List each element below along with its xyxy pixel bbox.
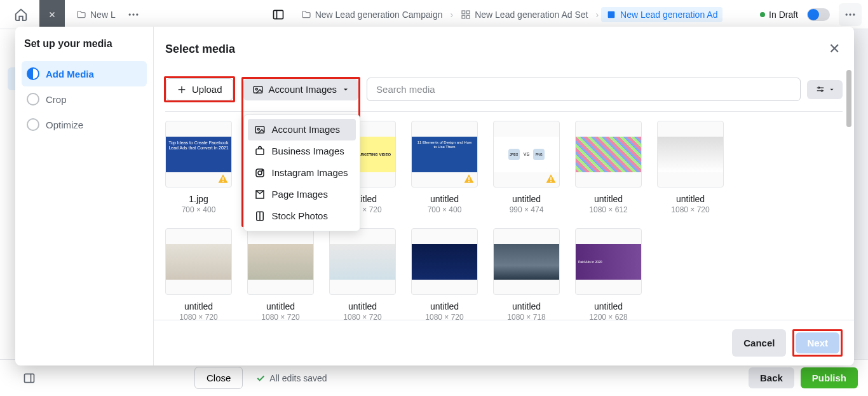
- check-icon: [255, 373, 266, 383]
- svg-rect-27: [468, 181, 470, 182]
- dropdown-item-account-images[interactable]: Account Images: [248, 119, 356, 140]
- home-icon[interactable]: [6, 0, 36, 29]
- media-name: 1.jpg: [189, 194, 208, 204]
- tab-more-icon[interactable]: [127, 8, 140, 21]
- tab-new[interactable]: New L: [69, 0, 123, 29]
- panel-toggle-icon[interactable]: [267, 3, 290, 26]
- media-item[interactable]: untitled1080 × 718: [493, 228, 560, 320]
- sidebar-title: Set up your media: [22, 38, 147, 50]
- dropdown-item-business-images[interactable]: Business Images: [248, 140, 356, 162]
- media-item[interactable]: untitled1080 × 720: [165, 228, 232, 320]
- svg-point-23: [821, 90, 822, 91]
- more-options-button[interactable]: [839, 3, 862, 26]
- media-thumbnail[interactable]: JPEGVSPNG: [493, 121, 560, 188]
- dropdown-item-label: Account Images: [272, 124, 341, 135]
- media-item[interactable]: Top Ideas to Create Facebook Lead Ads th…: [165, 121, 232, 214]
- draft-status-label: In Draft: [769, 10, 798, 20]
- breadcrumb-adset[interactable]: New Lead generation Ad Set: [456, 7, 593, 22]
- media-dimensions: 700 × 400: [182, 205, 216, 214]
- svg-point-9: [846, 13, 848, 15]
- dropdown-selected-label: Account Images: [269, 84, 337, 95]
- dropdown-item-stock-photos[interactable]: Stock Photos: [248, 205, 356, 227]
- svg-rect-4: [462, 11, 465, 14]
- media-name: untitled: [594, 194, 623, 204]
- svg-point-14: [255, 88, 257, 90]
- svg-rect-12: [25, 374, 34, 382]
- close-tab-icon[interactable]: [39, 0, 65, 29]
- source-dropdown-menu: Account Images Business Images Instagram…: [243, 114, 360, 231]
- svg-point-22: [818, 86, 820, 88]
- media-item[interactable]: untitled1080 × 612: [575, 121, 642, 214]
- step-crop[interactable]: Crop: [22, 86, 147, 112]
- media-dimensions: 700 × 400: [428, 205, 462, 214]
- media-thumbnail[interactable]: [411, 228, 478, 295]
- dropdown-item-instagram-images[interactable]: Instagram Images: [248, 162, 356, 184]
- svg-point-11: [853, 13, 855, 15]
- media-thumbnail[interactable]: 11 Elements of Design and How to Use The…: [411, 121, 478, 188]
- step-optimize[interactable]: Optimize: [22, 112, 147, 137]
- chevron-right-icon: ›: [451, 10, 454, 20]
- media-thumbnail[interactable]: [329, 228, 396, 295]
- chevron-right-icon: ›: [595, 10, 599, 20]
- dropdown-item-page-images[interactable]: Page Images: [248, 184, 356, 205]
- step-add-media[interactable]: Add Media: [22, 61, 147, 86]
- modal-title: Select media: [165, 43, 235, 56]
- expand-icon[interactable]: [10, 372, 48, 385]
- publish-button[interactable]: Publish: [801, 367, 858, 388]
- step-circle-icon: [27, 118, 39, 131]
- media-item[interactable]: untitled1080 × 720: [329, 228, 396, 320]
- back-button[interactable]: Back: [749, 367, 794, 388]
- media-dimensions: 1080 × 720: [343, 313, 381, 320]
- media-item[interactable]: Paid Ads in 2020untitled1200 × 628: [575, 228, 642, 320]
- svg-rect-24: [222, 177, 224, 181]
- breadcrumb-campaign-label: New Lead generation Campaign: [315, 10, 443, 20]
- next-button[interactable]: Next: [796, 332, 839, 353]
- filter-button[interactable]: [807, 80, 843, 99]
- media-thumbnail[interactable]: [575, 121, 642, 188]
- select-media-modal: Set up your media Add Media Crop Optimiz…: [15, 27, 854, 365]
- caret-down-icon: [829, 86, 835, 93]
- media-thumbnail[interactable]: Paid Ads in 2020: [575, 228, 642, 295]
- scrollbar[interactable]: [846, 70, 851, 127]
- breadcrumb-campaign[interactable]: New Lead generation Campaign: [296, 7, 448, 22]
- svg-point-16: [257, 128, 259, 130]
- step-circle-icon: [27, 67, 39, 80]
- media-name: untitled: [430, 194, 459, 204]
- media-dimensions: 1080 × 720: [261, 313, 299, 320]
- media-thumbnail[interactable]: Top Ideas to Create Facebook Lead Ads th…: [165, 121, 232, 188]
- upload-button[interactable]: Upload: [166, 78, 233, 100]
- media-item[interactable]: JPEGVSPNGuntitled990 × 474: [493, 121, 560, 214]
- svg-point-2: [136, 13, 138, 15]
- source-dropdown-button[interactable]: Account Images: [243, 79, 359, 100]
- media-item[interactable]: 11 Elements of Design and How to Use The…: [411, 121, 478, 214]
- media-dimensions: 1080 × 720: [425, 313, 463, 320]
- saved-label: All edits saved: [269, 373, 327, 383]
- media-thumbnail[interactable]: [247, 228, 314, 295]
- media-dimensions: 990 × 474: [510, 205, 544, 214]
- svg-rect-3: [273, 10, 283, 18]
- media-thumbnail[interactable]: [493, 228, 560, 295]
- svg-point-1: [132, 13, 134, 15]
- close-button[interactable]: Close: [194, 367, 243, 389]
- cancel-button[interactable]: Cancel: [732, 329, 786, 357]
- svg-rect-26: [468, 177, 470, 181]
- toggle-switch[interactable]: [807, 8, 830, 21]
- breadcrumb-ad[interactable]: New Lead generation Ad: [601, 7, 722, 22]
- close-icon[interactable]: ✕: [826, 38, 843, 60]
- step-label: Crop: [46, 94, 67, 105]
- svg-point-10: [849, 13, 851, 15]
- media-dimensions: 1200 × 628: [589, 313, 627, 320]
- svg-rect-25: [222, 181, 224, 182]
- media-thumbnail[interactable]: [657, 121, 724, 188]
- media-item[interactable]: untitled1080 × 720: [411, 228, 478, 320]
- svg-rect-5: [467, 11, 470, 14]
- svg-rect-29: [550, 181, 552, 182]
- media-thumbnail[interactable]: [165, 228, 232, 295]
- search-input[interactable]: [367, 78, 801, 101]
- media-item[interactable]: untitled1080 × 720: [657, 121, 724, 214]
- tab-label: New L: [90, 10, 116, 20]
- media-name: untitled: [430, 301, 459, 311]
- media-dimensions: 1080 × 720: [179, 313, 217, 320]
- media-item[interactable]: untitled1080 × 720: [247, 228, 314, 320]
- media-dimensions: 1080 × 720: [671, 205, 709, 214]
